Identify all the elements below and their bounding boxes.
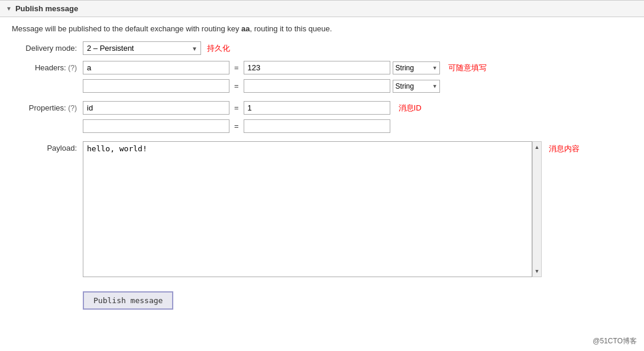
- prop-equals-1: =: [232, 103, 241, 112]
- headers-content: = String Number Boolean 可随意填写 =: [83, 61, 632, 95]
- section-title: Publish message: [15, 4, 78, 13]
- watermark: @51CTO博客: [593, 336, 637, 346]
- delivery-label: Delivery mode:: [12, 41, 83, 53]
- properties-row: Properties: (?) = 消息ID =: [12, 101, 632, 135]
- scroll-down-arrow[interactable]: ▼: [533, 267, 541, 275]
- info-text-prefix: Message will be published to the default…: [12, 24, 241, 33]
- headers-row: Headers: (?) = String Number Boolean: [12, 61, 632, 95]
- payload-row: Payload: hello, world! ▲ ▼ 消息内容: [12, 141, 632, 277]
- payload-label: Payload:: [12, 141, 83, 152]
- publish-button-wrapper: Publish message: [83, 283, 632, 310]
- type-select-2[interactable]: String Number Boolean: [393, 80, 440, 93]
- header-key-2[interactable]: [83, 79, 229, 93]
- properties-help[interactable]: (?): [68, 104, 77, 112]
- delivery-inner-row: 1 – Non-persistent 2 – Persistent 持久化: [83, 41, 632, 55]
- headers-annotation: 可随意填写: [448, 63, 487, 73]
- properties-input-row-1: = 消息ID: [83, 101, 632, 115]
- main-container: ▼ Publish message Message will be publis…: [0, 0, 644, 351]
- properties-annotation: 消息ID: [399, 103, 422, 113]
- header-val-2[interactable]: [244, 79, 390, 93]
- equals-1: =: [232, 63, 241, 72]
- payload-content: hello, world! ▲ ▼ 消息内容: [83, 141, 580, 277]
- prop-val-2[interactable]: [244, 119, 390, 133]
- properties-label: Properties: (?): [12, 101, 83, 112]
- type-select-1[interactable]: String Number Boolean: [393, 61, 440, 74]
- headers-input-row-1: = String Number Boolean 可随意填写: [83, 61, 632, 74]
- equals-2: =: [232, 82, 241, 90]
- scrollbar[interactable]: ▲ ▼: [532, 141, 542, 277]
- payload-annotation: 消息内容: [549, 141, 580, 154]
- delivery-select-wrapper[interactable]: 1 – Non-persistent 2 – Persistent: [83, 41, 201, 55]
- section-header[interactable]: ▼ Publish message: [0, 0, 644, 17]
- delivery-annotation: 持久化: [207, 43, 230, 54]
- delivery-mode-select[interactable]: 1 – Non-persistent 2 – Persistent: [83, 41, 201, 55]
- payload-textarea[interactable]: hello, world!: [83, 141, 532, 277]
- type-select-wrapper-2[interactable]: String Number Boolean: [393, 80, 440, 93]
- section-body: Message will be published to the default…: [0, 17, 644, 321]
- headers-label: Headers: (?): [12, 61, 83, 72]
- scroll-up-arrow[interactable]: ▲: [533, 143, 541, 151]
- delivery-mode-row: Delivery mode: 1 – Non-persistent 2 – Pe…: [12, 41, 632, 55]
- headers-help[interactable]: (?): [68, 64, 77, 72]
- prop-equals-2: =: [232, 122, 241, 131]
- toggle-icon: ▼: [6, 5, 12, 12]
- properties-input-row-2: =: [83, 119, 632, 133]
- routing-key: aa: [241, 24, 250, 33]
- info-text: Message will be published to the default…: [12, 24, 632, 33]
- prop-key-2[interactable]: [83, 119, 229, 133]
- headers-input-row-2: = String Number Boolean: [83, 79, 632, 93]
- delivery-content: 1 – Non-persistent 2 – Persistent 持久化: [83, 41, 632, 55]
- type-select-wrapper-1[interactable]: String Number Boolean: [393, 61, 440, 74]
- prop-key-1[interactable]: [83, 101, 229, 115]
- header-key-1[interactable]: [83, 61, 229, 74]
- info-text-suffix: , routing it to this queue.: [250, 24, 332, 33]
- properties-content: = 消息ID =: [83, 101, 632, 135]
- publish-message-button[interactable]: Publish message: [83, 291, 173, 310]
- header-val-1[interactable]: [244, 61, 390, 74]
- payload-textarea-wrapper: hello, world! ▲ ▼: [83, 141, 542, 277]
- prop-val-1[interactable]: [244, 101, 390, 115]
